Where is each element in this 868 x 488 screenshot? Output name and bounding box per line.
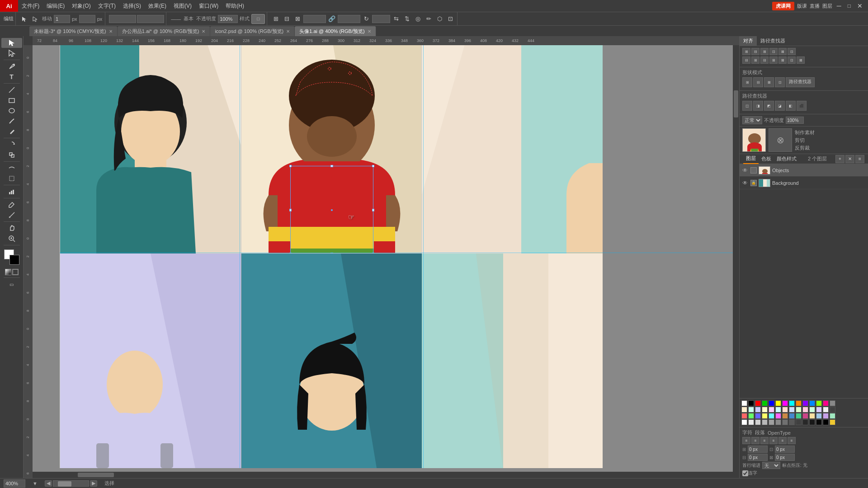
window-minimize[interactable]: ─ <box>835 2 843 9</box>
swatch-10[interactable] <box>802 407 808 413</box>
swatch-28[interactable] <box>789 413 795 419</box>
layer-eye-objects[interactable]: 👁 <box>741 167 749 174</box>
swatch-red[interactable] <box>755 400 761 406</box>
tool-hand[interactable] <box>1 223 22 233</box>
opacity-input[interactable] <box>218 15 238 23</box>
menu-object[interactable]: 对象(O) <box>68 0 94 12</box>
none-color[interactable] <box>12 269 19 275</box>
swatch-white[interactable] <box>741 400 747 406</box>
tool-line[interactable] <box>1 85 22 95</box>
align-center-h[interactable]: ⊟ <box>751 48 760 55</box>
layers-htab-layers[interactable]: 图层 <box>743 154 759 164</box>
swatch-orange[interactable] <box>796 400 802 406</box>
rtab-align[interactable]: 对齐 <box>740 36 757 46</box>
swatch-w11[interactable] <box>809 419 815 425</box>
menu-window[interactable]: 窗口(W) <box>195 0 222 12</box>
align-bottom[interactable]: ⊡ <box>788 48 796 55</box>
swatch-23[interactable] <box>755 413 761 419</box>
menu-text[interactable]: 文字(T) <box>94 0 119 12</box>
swatch-black[interactable] <box>748 400 754 406</box>
top-tab-layers[interactable]: 图层 <box>822 3 832 9</box>
swatch-w2[interactable] <box>748 419 754 425</box>
tool-pen[interactable] <box>1 61 22 71</box>
tool-direct-select[interactable] <box>1 48 22 58</box>
pf-5[interactable]: ◧ <box>786 101 796 111</box>
rot-field[interactable] <box>372 15 390 23</box>
swatch-w10[interactable] <box>802 419 808 425</box>
swatch-25[interactable] <box>769 413 774 419</box>
distribute-4[interactable]: ⊞ <box>769 56 778 64</box>
swatch-w4[interactable] <box>762 419 768 425</box>
swatch-32[interactable] <box>816 413 822 419</box>
flip-h-btn[interactable]: ⇆ <box>391 14 401 24</box>
wrap-btn[interactable]: ⊡ <box>445 14 455 24</box>
swatch-21[interactable] <box>741 413 747 419</box>
swatch-29[interactable] <box>796 413 802 419</box>
pf-4[interactable]: ◪ <box>775 101 785 111</box>
tool-warp[interactable] <box>1 163 22 173</box>
rtab-pathfinder[interactable]: 路径查找器 <box>757 36 789 46</box>
nav-thumb[interactable] <box>58 481 71 487</box>
window-close[interactable]: ✕ <box>855 2 864 9</box>
select-tool-btn[interactable] <box>19 14 29 24</box>
layers-htab-styles[interactable]: 颜色样式 <box>774 154 799 164</box>
menu-effect[interactable]: 效果(E) <box>145 0 170 12</box>
opacity-input[interactable] <box>786 117 804 124</box>
layers-htab-swatches[interactable]: 色板 <box>759 154 774 164</box>
nav-next[interactable]: ▶ <box>90 480 97 487</box>
tracking-input[interactable] <box>748 454 768 461</box>
node-tool-btn[interactable] <box>30 14 40 24</box>
tool-select[interactable] <box>1 38 22 48</box>
zoom-input[interactable] <box>4 479 25 488</box>
expand-btn[interactable]: 路径查找器 <box>786 77 815 87</box>
swatch-9[interactable] <box>796 407 802 413</box>
tool-chart[interactable] <box>1 187 22 197</box>
x-input[interactable] <box>54 15 70 23</box>
layer-delete[interactable]: ✕ <box>845 155 854 163</box>
swatch-14[interactable] <box>830 407 835 413</box>
tab-4-close[interactable]: ✕ <box>368 29 371 34</box>
swatch-30[interactable] <box>802 413 808 419</box>
swatch-sky[interactable] <box>809 400 815 406</box>
pf-1[interactable]: ◫ <box>742 101 752 111</box>
leading-input[interactable] <box>775 454 795 461</box>
swatch-24[interactable] <box>762 413 768 419</box>
align-btn[interactable]: ⊟ <box>282 14 292 24</box>
layer-item-objects[interactable]: 👁 Objects <box>740 164 868 177</box>
text-align-left[interactable]: ≡ <box>742 437 750 444</box>
swatch-w7[interactable] <box>782 419 788 425</box>
swatch-12[interactable] <box>816 407 822 413</box>
link-chars-checkbox[interactable] <box>742 470 748 476</box>
swatch-magenta[interactable] <box>782 400 788 406</box>
tool-zoom[interactable] <box>1 234 22 244</box>
tab-4[interactable]: 头像1.ai @ 400% (RGB/预览) ✕ <box>295 26 376 36</box>
distribute-6[interactable]: ⊡ <box>788 56 796 64</box>
top-tab-live[interactable]: 直播 <box>810 3 820 9</box>
swatch-w3[interactable] <box>755 419 761 425</box>
pf-3[interactable]: ◩ <box>764 101 774 111</box>
swatch-6[interactable] <box>775 407 781 413</box>
swatch-cyan[interactable] <box>789 400 795 406</box>
tab-3-close[interactable]: ✕ <box>286 29 290 34</box>
space-input[interactable] <box>775 446 795 453</box>
tab-3[interactable]: icon2.psd @ 100% (RGB/预览) ✕ <box>210 26 295 36</box>
tool-eyedropper[interactable] <box>1 200 22 210</box>
swatch-blue[interactable] <box>769 400 774 406</box>
tool-scale[interactable] <box>1 150 22 160</box>
edit-btn[interactable]: ✏ <box>424 14 434 24</box>
tool-brush[interactable] <box>1 116 22 126</box>
text-align-justify3[interactable]: ≡ <box>788 437 796 444</box>
swatch-13[interactable] <box>823 407 829 413</box>
tool-screen-mode[interactable]: ▭ <box>1 279 22 289</box>
arrange-btn[interactable]: ⊞ <box>271 14 281 24</box>
y-input[interactable] <box>79 15 95 23</box>
swap-colors[interactable] <box>5 269 11 275</box>
swatch-lime[interactable] <box>816 400 822 406</box>
nav-scroll[interactable] <box>53 480 89 487</box>
isolate-btn[interactable]: ◎ <box>413 14 423 24</box>
nav-prev[interactable]: ◀ <box>45 480 52 487</box>
layer-lock-objects[interactable] <box>750 167 757 174</box>
swatch-highlight[interactable] <box>830 419 835 425</box>
swatch-purple[interactable] <box>802 400 808 406</box>
swatch-1[interactable] <box>741 407 747 413</box>
